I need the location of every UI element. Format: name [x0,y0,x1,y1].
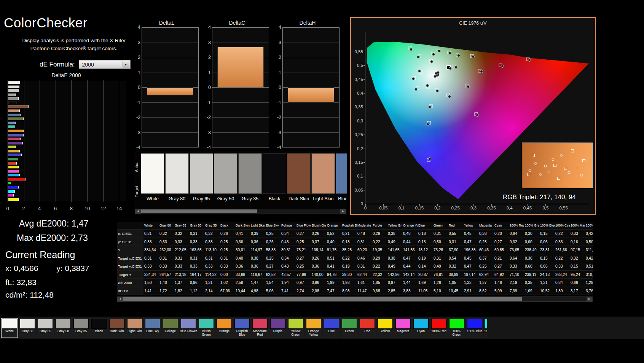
patch-button[interactable]: Foliage [162,318,179,338]
chevron-down-icon[interactable]: ▼ [123,61,129,68]
patch-button[interactable]: Gray 65 [37,318,54,338]
xy-reading: x: 0,4566 y: 0,3837 [5,264,89,273]
delta-e-bar [8,86,19,88]
y-axis-tick-label: 0,2 [357,146,363,151]
table-cell: 0,64 [509,230,524,238]
scroll-left-icon[interactable]: ◄ [135,209,141,214]
table-cell: 10,45 [448,287,463,295]
gridline [212,102,269,103]
de-formula-dropdown[interactable]: 2000 ▼ [79,60,131,69]
table-cell: 0,38 [250,254,265,262]
delta-e-bar [8,198,19,201]
table-cell: 0,25 [478,238,494,246]
patch-button-color [20,319,35,329]
patch-button[interactable]: Yellow Green [287,318,304,338]
strip-scroll-track[interactable] [141,209,340,214]
strip-scroll-thumb[interactable] [141,209,257,213]
patch-button[interactable]: Purple [269,318,287,338]
patch-button-color [199,319,214,329]
cie-measured-point [428,106,431,109]
table-scrollbar[interactable]: ◄ ► [117,296,593,302]
patch-button[interactable]: Red [359,318,376,338]
tick-mark [510,204,510,206]
patch-button[interactable]: 100% Green [448,318,465,338]
patch-button[interactable]: 100% Cyan [484,318,487,338]
scroll-right-icon[interactable]: ► [587,297,592,301]
table-cell: 73,28 [433,246,448,254]
patch-button[interactable]: Purplish Blue [233,318,251,338]
table-column-header: Purplish Blue [341,224,357,227]
table-row: y: CIE310,330,330,330,330,330,250,360,36… [117,238,593,246]
patch-button[interactable]: Moderate Red [251,318,269,338]
patch-button[interactable]: Dark Skin [108,318,126,338]
table-cell: 0,42 [585,254,593,262]
y-axis-tick-label: 3 [204,40,211,45]
table-cell: 114,97 [250,246,265,254]
table-cell: 60,20 [357,246,372,254]
table-cell: 311,25 [585,246,593,254]
patch-button-label: Yellow [376,330,394,337]
patch-button-label: Orange [215,330,233,337]
patch-button[interactable]: Blue [323,318,340,338]
table-scroll-track[interactable] [123,297,587,301]
patch-button[interactable]: Orange Yellow [305,318,322,338]
y-axis-tick-label: 0,25 [355,132,363,137]
table-cell: 77,96 [296,271,311,279]
table-cell: 1,94 [281,279,296,287]
y-axis-tick-label: 0 [134,85,140,90]
patch-button[interactable]: Black [90,318,108,338]
y-axis-tick-label: -2 [134,115,140,120]
patch-button[interactable]: Yellow [376,318,394,338]
patch-button[interactable]: Bluish Green [198,318,215,338]
patch-button[interactable]: Blue Sky [144,318,161,338]
patch-button[interactable]: Light Skin [126,318,143,338]
patch-button[interactable]: Magenta [394,318,412,338]
patch-button[interactable]: Gray 50 [54,318,72,338]
patch-button[interactable]: Gray 80 [19,318,36,338]
patch-button[interactable]: 100% Blue [466,318,483,338]
table-cell: 0,50 [585,238,593,246]
table-cell: 0,36 [235,262,250,270]
table-scroll-thumb[interactable] [123,297,522,301]
tick-mark [363,190,365,190]
table-cell: 1,69 [524,287,539,295]
scroll-left-icon[interactable]: ◄ [117,297,123,301]
target-actual-swatch-strip: Actual Target WhiteGray 80Gray 65Gray 50… [134,151,347,215]
table-cell: 0,19 [341,262,357,270]
table-cell: 0,45 [463,254,478,262]
table-column-header: Gray 35 [204,224,220,227]
table-cell: 197,14 [463,271,478,279]
x-axis-tick-label: 12 [100,206,106,211]
patch-button-label: Cyan [412,330,430,337]
chart-title: DeltaH [275,20,340,26]
table-row: Target x:CIE310,310,310,310,310,310,310,… [117,254,593,263]
patch-button[interactable]: 100% Red [430,318,448,338]
patch-button-color [252,319,268,329]
tick-mark [363,107,365,107]
patch-button-color [467,319,482,329]
strip-swatch: Gray 35 [238,153,262,203]
table-cell: 0,34 [281,230,296,238]
patch-button[interactable]: Blue Flower [180,318,197,338]
y-axis-tick-label: 0,3 [357,119,363,123]
patch-button[interactable]: Orange [215,318,233,338]
patch-button[interactable]: Green [341,318,358,338]
x-axis-tick-label: 0,55 [560,206,568,210]
table-cell: 0,15 [539,254,555,262]
table-cell: 0,44 [402,238,418,246]
delta-e-bar [8,158,18,160]
tick-mark [491,204,492,206]
x-axis-tick-label: 0,25 [451,206,459,210]
table-cell: 0,27 [265,262,281,270]
scroll-right-icon[interactable]: ► [340,209,346,214]
table-cell: 334,34 [143,271,159,279]
patch-button[interactable]: Gray 35 [72,318,90,338]
x-axis-tick-label: 14 [116,206,122,211]
patch-button[interactable]: Cyan [412,318,430,338]
strip-scrollbar[interactable]: ◄ ► [135,209,346,214]
table-cell: 1,99 [326,279,341,287]
table-cell: 0,31 [174,254,189,262]
table-cell: 0,60 [524,238,539,246]
patch-button[interactable]: White [1,318,18,338]
table-cell: 1,72 [159,287,174,295]
